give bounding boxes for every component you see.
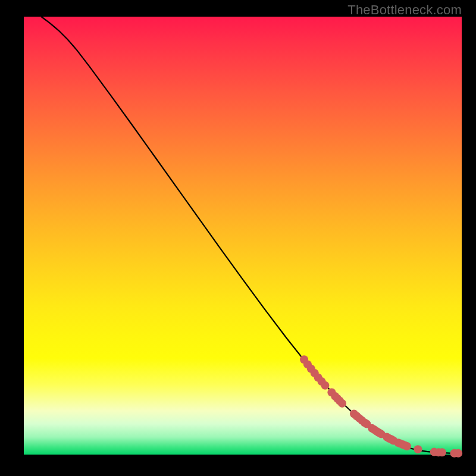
watermark-text: TheBottleneck.com xyxy=(347,2,462,18)
data-points-group xyxy=(300,355,462,458)
plot-area xyxy=(24,17,462,455)
data-point xyxy=(403,442,411,450)
data-point xyxy=(414,445,422,453)
data-point xyxy=(438,448,446,456)
chart-frame: TheBottleneck.com xyxy=(0,0,476,476)
data-point xyxy=(321,381,329,390)
data-point xyxy=(338,399,346,408)
data-point xyxy=(454,449,462,458)
bottleneck-curve xyxy=(41,17,462,453)
plot-svg xyxy=(24,17,462,455)
